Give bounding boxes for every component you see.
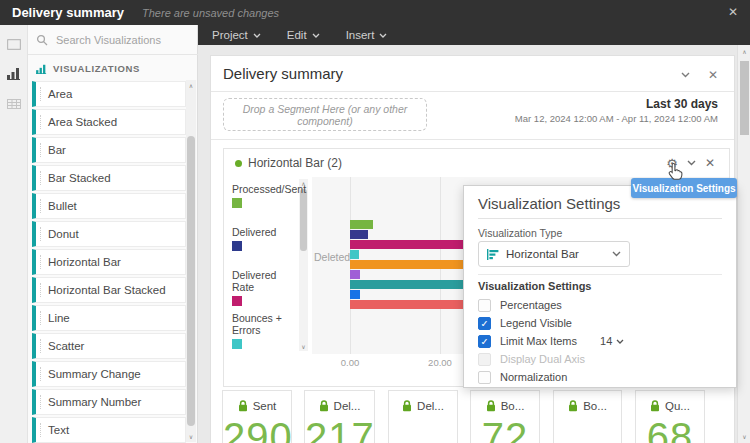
scroll-up-icon[interactable]: ∧ [186, 82, 196, 89]
scroll-down-icon[interactable]: ∨ [299, 343, 308, 350]
checkbox[interactable]: ✓ [478, 317, 491, 330]
legend-item[interactable]: Delivered Rate [232, 269, 296, 306]
checkbox[interactable] [478, 371, 491, 384]
scroll-up-icon[interactable]: ∧ [738, 48, 750, 55]
checkbox[interactable]: ✓ [478, 335, 491, 348]
viz-item-horizontal-bar-stacked[interactable]: Horizontal Bar Stacked [32, 277, 186, 303]
chevron-down-icon [612, 251, 621, 257]
legend-item[interactable]: Processed/Sent [232, 183, 296, 208]
segment-drop-zone[interactable]: Drop a Segment Here (or any other compon… [223, 98, 427, 131]
settings-options: Percentages✓Legend Visible✓Limit Max Ite… [478, 296, 726, 386]
collapse-viz-icon[interactable] [687, 160, 696, 166]
search-box [28, 25, 198, 55]
bar-series-8[interactable] [350, 290, 360, 299]
app-window: Delivery summary There are unsaved chang… [0, 0, 750, 443]
legend-item[interactable]: Delivered [232, 226, 296, 251]
card-header: Bo... [471, 400, 539, 412]
date-range[interactable]: Last 30 days Mar 12, 2024 12:00 AM - Apr… [515, 97, 718, 124]
card-header: Sent [223, 400, 291, 412]
checkbox[interactable] [478, 299, 491, 312]
summary-card-6[interactable]: Qu...68 [635, 390, 705, 443]
menu-insert[interactable]: Insert [346, 29, 388, 41]
setting-limit-max-items[interactable]: ✓Limit Max Items14 [478, 332, 726, 350]
summary-card-2[interactable]: Del...217 [304, 390, 375, 443]
legend-swatch [232, 296, 242, 306]
bar-bounces-errors[interactable] [350, 250, 359, 259]
close-panel-icon[interactable]: ✕ [708, 68, 718, 82]
viz-item-horizontal-bar[interactable]: Horizontal Bar [32, 249, 186, 275]
left-icon-rail [0, 25, 28, 443]
menu-project[interactable]: Project [212, 29, 261, 41]
checkbox[interactable] [478, 353, 491, 366]
scroll-down-icon[interactable]: ∨ [738, 433, 750, 440]
viz-item-bullet[interactable]: Bullet [32, 193, 186, 219]
visualization-type-label: Visualization Type [478, 227, 562, 239]
chevron-down-icon [253, 33, 261, 38]
chart-legend: ∧ ∨ Processed/SentDeliveredDelivered Rat… [226, 177, 310, 354]
setting-normalization[interactable]: Normalization [478, 368, 726, 386]
scroll-down-icon[interactable]: ∨ [186, 433, 196, 440]
close-viz-icon[interactable]: ✕ [705, 156, 715, 170]
viz-item-donut[interactable]: Donut [32, 221, 186, 247]
project-title: Delivery summary [12, 5, 124, 20]
unsaved-changes-status: There are unsaved changes [142, 7, 279, 19]
visualization-type-dropdown[interactable]: Horizontal Bar [478, 241, 630, 267]
scrollbar-thumb[interactable] [187, 136, 195, 426]
setting-label: Legend Visible [500, 317, 572, 329]
popover-title: Visualization Settings [478, 195, 620, 212]
viz-item-summary-number[interactable]: Summary Number [32, 389, 186, 415]
sidebar-scrollbar[interactable]: ∧ ∨ [186, 80, 196, 442]
viz-item-summary-change[interactable]: Summary Change [32, 361, 186, 387]
visualizations-icon[interactable] [7, 67, 21, 80]
setting-display-dual-axis[interactable]: Display Dual Axis [478, 350, 726, 368]
viz-color-dot [235, 160, 242, 167]
bar-delivered[interactable] [350, 230, 368, 239]
search-input[interactable] [54, 33, 184, 47]
menu-edit[interactable]: Edit [287, 29, 320, 41]
lock-icon [486, 400, 496, 412]
summary-card-3[interactable]: Del... [388, 390, 458, 443]
viz-item-bar[interactable]: Bar [32, 137, 186, 163]
menu-label: Project [212, 29, 248, 41]
summary-card-4[interactable]: Bo...72 [470, 390, 540, 443]
divider [478, 274, 722, 275]
lock-icon [568, 400, 578, 412]
viz-item-bar-stacked[interactable]: Bar Stacked [32, 165, 186, 191]
bar-series-6[interactable] [350, 270, 360, 279]
summary-card-1[interactable]: Sent290 [222, 390, 292, 443]
close-icon[interactable]: ✕ [728, 5, 738, 19]
max-items-dropdown[interactable]: 14 [600, 335, 624, 347]
lock-icon [319, 400, 329, 412]
scrollbar-thumb[interactable] [740, 61, 749, 135]
viz-item-area-stacked[interactable]: Area Stacked [32, 109, 186, 135]
scrollbar-thumb[interactable] [300, 189, 307, 251]
titlebar: Delivery summary There are unsaved chang… [0, 0, 750, 25]
legend-item[interactable]: Bounces + Errors [232, 312, 296, 349]
panels-icon[interactable] [7, 39, 21, 50]
max-items-value: 14 [600, 335, 612, 347]
main-scrollbar[interactable]: ∧ ∨ [737, 45, 750, 443]
legend-label: Delivered Rate [232, 269, 296, 293]
card-header: Del... [305, 400, 374, 412]
panel-title: Delivery summary [223, 65, 343, 82]
setting-label: Display Dual Axis [500, 353, 585, 365]
divider [211, 91, 734, 92]
viz-item-text[interactable]: Text [32, 417, 186, 443]
card-label: Bo... [583, 400, 607, 412]
chevron-down-icon [379, 33, 387, 38]
viz-item-area[interactable]: Area [32, 81, 186, 107]
setting-legend-visible[interactable]: ✓Legend Visible [478, 314, 726, 332]
collapse-panel-icon[interactable] [681, 72, 690, 78]
summary-card-5[interactable]: Bo... [553, 390, 622, 443]
menu-label: Insert [346, 29, 375, 41]
date-range-label: Last 30 days [515, 97, 718, 111]
bar-processed-sent[interactable] [350, 220, 373, 229]
card-header: Bo... [554, 400, 621, 412]
legend-label: Processed/Sent [232, 183, 296, 195]
viz-item-line[interactable]: Line [32, 305, 186, 331]
setting-percentages[interactable]: Percentages [478, 296, 726, 314]
viz-item-scatter[interactable]: Scatter [32, 333, 186, 359]
components-table-icon[interactable] [7, 99, 21, 109]
legend-scrollbar[interactable]: ∧ ∨ [299, 179, 308, 351]
date-range-dates: Mar 12, 2024 12:00 AM - Apr 11, 2024 12:… [515, 113, 718, 124]
